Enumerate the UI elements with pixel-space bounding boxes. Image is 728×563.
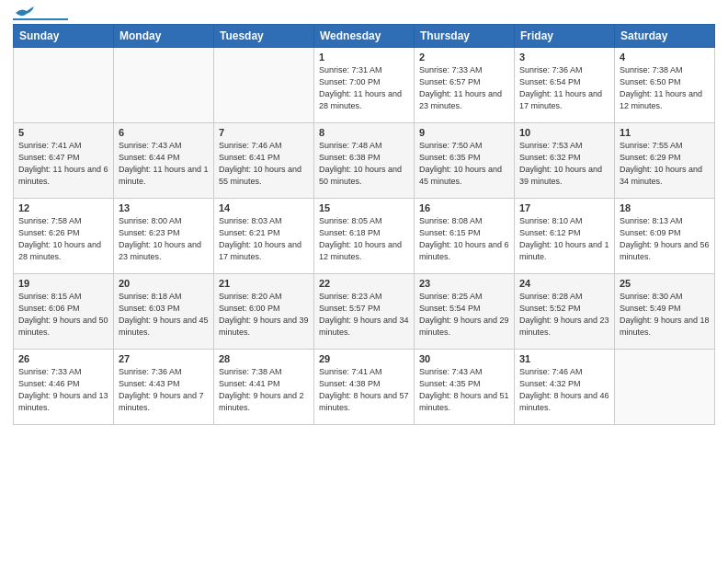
day-info: Sunrise: 8:15 AM Sunset: 6:06 PM Dayligh… [18,291,108,339]
day-number: 13 [119,202,209,213]
calendar-cell: 5Sunrise: 7:41 AM Sunset: 6:47 PM Daylig… [14,123,114,199]
calendar-cell: 6Sunrise: 7:43 AM Sunset: 6:44 PM Daylig… [114,123,214,199]
calendar-cell: 15Sunrise: 8:05 AM Sunset: 6:18 PM Dayli… [314,199,415,274]
calendar-cell: 13Sunrise: 8:00 AM Sunset: 6:23 PM Dayli… [114,199,214,274]
day-number: 1 [319,52,409,63]
calendar-cell: 21Sunrise: 8:20 AM Sunset: 6:00 PM Dayli… [214,274,314,350]
day-number: 18 [620,202,710,213]
weekday-header-saturday: Saturday [615,25,715,48]
calendar-cell: 3Sunrise: 7:36 AM Sunset: 6:54 PM Daylig… [515,48,615,123]
calendar-cell: 16Sunrise: 8:08 AM Sunset: 6:15 PM Dayli… [415,199,515,274]
day-info: Sunrise: 7:50 AM Sunset: 6:35 PM Dayligh… [419,140,509,188]
weekday-header-row: SundayMondayTuesdayWednesdayThursdayFrid… [14,25,715,48]
day-number: 15 [319,202,409,213]
calendar-body: 1Sunrise: 7:31 AM Sunset: 7:00 PM Daylig… [14,48,715,425]
day-info: Sunrise: 7:38 AM Sunset: 4:41 PM Dayligh… [219,366,309,414]
calendar-cell: 8Sunrise: 7:48 AM Sunset: 6:38 PM Daylig… [314,123,415,199]
day-number: 10 [519,127,609,138]
day-info: Sunrise: 8:10 AM Sunset: 6:12 PM Dayligh… [519,215,609,263]
day-number: 4 [620,52,710,63]
day-info: Sunrise: 8:25 AM Sunset: 5:54 PM Dayligh… [419,291,509,339]
day-number: 6 [119,127,209,138]
weekday-header-tuesday: Tuesday [214,25,314,48]
calendar-week-5: 26Sunrise: 7:33 AM Sunset: 4:46 PM Dayli… [14,350,715,425]
calendar-cell: 10Sunrise: 7:53 AM Sunset: 6:32 PM Dayli… [515,123,615,199]
calendar-cell: 1Sunrise: 7:31 AM Sunset: 7:00 PM Daylig… [314,48,415,123]
day-info: Sunrise: 7:43 AM Sunset: 6:44 PM Dayligh… [119,140,209,188]
day-info: Sunrise: 7:58 AM Sunset: 6:26 PM Dayligh… [18,215,108,263]
calendar-cell: 19Sunrise: 8:15 AM Sunset: 6:06 PM Dayli… [14,274,114,350]
calendar-cell: 29Sunrise: 7:41 AM Sunset: 4:38 PM Dayli… [314,350,415,425]
weekday-header-friday: Friday [515,25,615,48]
calendar-table: SundayMondayTuesdayWednesdayThursdayFrid… [13,24,715,425]
weekday-header-sunday: Sunday [14,25,114,48]
day-number: 23 [419,278,509,289]
day-number: 26 [18,353,108,364]
calendar-week-4: 19Sunrise: 8:15 AM Sunset: 6:06 PM Dayli… [14,274,715,350]
day-info: Sunrise: 8:20 AM Sunset: 6:00 PM Dayligh… [219,291,309,339]
day-info: Sunrise: 8:13 AM Sunset: 6:09 PM Dayligh… [620,215,710,263]
logo-divider [13,18,68,20]
calendar-week-3: 12Sunrise: 7:58 AM Sunset: 6:26 PM Dayli… [14,199,715,274]
day-number: 22 [319,278,409,289]
day-info: Sunrise: 8:00 AM Sunset: 6:23 PM Dayligh… [119,215,209,263]
calendar-cell: 4Sunrise: 7:38 AM Sunset: 6:50 PM Daylig… [615,48,715,123]
calendar-cell: 28Sunrise: 7:38 AM Sunset: 4:41 PM Dayli… [214,350,314,425]
day-info: Sunrise: 7:33 AM Sunset: 6:57 PM Dayligh… [419,64,509,112]
day-number: 8 [319,127,409,138]
day-number: 17 [519,202,609,213]
day-info: Sunrise: 7:55 AM Sunset: 6:29 PM Dayligh… [620,140,710,188]
day-info: Sunrise: 7:33 AM Sunset: 4:46 PM Dayligh… [18,366,108,414]
day-number: 29 [319,353,409,364]
page-container: SundayMondayTuesdayWednesdayThursdayFrid… [0,0,728,432]
calendar-cell [615,350,715,425]
calendar-cell [214,48,314,123]
day-info: Sunrise: 7:38 AM Sunset: 6:50 PM Dayligh… [620,64,710,112]
day-info: Sunrise: 7:53 AM Sunset: 6:32 PM Dayligh… [519,140,609,188]
day-number: 31 [519,353,609,364]
calendar-cell: 22Sunrise: 8:23 AM Sunset: 5:57 PM Dayli… [314,274,415,350]
day-number: 16 [419,202,509,213]
day-info: Sunrise: 7:46 AM Sunset: 6:41 PM Dayligh… [219,140,309,188]
weekday-header-thursday: Thursday [415,25,515,48]
day-number: 11 [620,127,710,138]
day-info: Sunrise: 7:48 AM Sunset: 6:38 PM Dayligh… [319,140,409,188]
header [13,9,715,20]
day-number: 30 [419,353,509,364]
calendar-cell: 7Sunrise: 7:46 AM Sunset: 6:41 PM Daylig… [214,123,314,199]
calendar-cell: 9Sunrise: 7:50 AM Sunset: 6:35 PM Daylig… [415,123,515,199]
calendar-cell: 2Sunrise: 7:33 AM Sunset: 6:57 PM Daylig… [415,48,515,123]
calendar-week-2: 5Sunrise: 7:41 AM Sunset: 6:47 PM Daylig… [14,123,715,199]
day-info: Sunrise: 8:28 AM Sunset: 5:52 PM Dayligh… [519,291,609,339]
day-number: 24 [519,278,609,289]
calendar-cell: 11Sunrise: 7:55 AM Sunset: 6:29 PM Dayli… [615,123,715,199]
calendar-cell: 17Sunrise: 8:10 AM Sunset: 6:12 PM Dayli… [515,199,615,274]
calendar-cell: 30Sunrise: 7:43 AM Sunset: 4:35 PM Dayli… [415,350,515,425]
day-info: Sunrise: 8:08 AM Sunset: 6:15 PM Dayligh… [419,215,509,263]
day-info: Sunrise: 8:23 AM Sunset: 5:57 PM Dayligh… [319,291,409,339]
calendar-cell: 26Sunrise: 7:33 AM Sunset: 4:46 PM Dayli… [14,350,114,425]
calendar-cell [14,48,114,123]
calendar-cell: 18Sunrise: 8:13 AM Sunset: 6:09 PM Dayli… [615,199,715,274]
calendar-cell: 23Sunrise: 8:25 AM Sunset: 5:54 PM Dayli… [415,274,515,350]
day-number: 5 [18,127,108,138]
day-number: 7 [219,127,309,138]
weekday-header-monday: Monday [114,25,214,48]
calendar-cell: 31Sunrise: 7:46 AM Sunset: 4:32 PM Dayli… [515,350,615,425]
day-number: 12 [18,202,108,213]
day-info: Sunrise: 7:46 AM Sunset: 4:32 PM Dayligh… [519,366,609,414]
day-info: Sunrise: 8:03 AM Sunset: 6:21 PM Dayligh… [219,215,309,263]
day-number: 2 [419,52,509,63]
calendar-cell: 14Sunrise: 8:03 AM Sunset: 6:21 PM Dayli… [214,199,314,274]
day-info: Sunrise: 8:18 AM Sunset: 6:03 PM Dayligh… [119,291,209,339]
day-number: 9 [419,127,509,138]
day-number: 19 [18,278,108,289]
day-number: 20 [119,278,209,289]
day-info: Sunrise: 7:36 AM Sunset: 4:43 PM Dayligh… [119,366,209,414]
day-info: Sunrise: 8:30 AM Sunset: 5:49 PM Dayligh… [620,291,710,339]
day-number: 25 [620,278,710,289]
day-number: 3 [519,52,609,63]
calendar-cell [114,48,214,123]
day-number: 14 [219,202,309,213]
day-number: 28 [219,353,309,364]
